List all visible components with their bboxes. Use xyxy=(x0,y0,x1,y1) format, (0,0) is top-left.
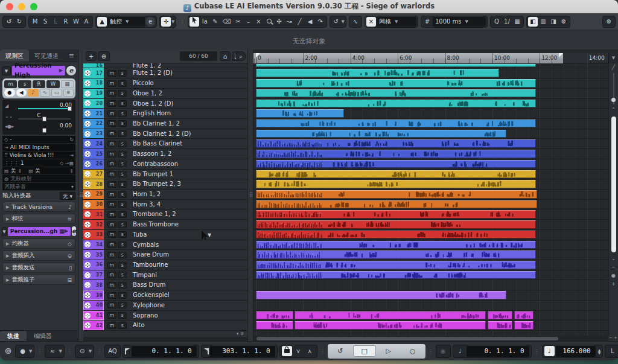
track-name[interactable]: Cymbals xyxy=(133,240,159,250)
record-enable-button[interactable]: ● xyxy=(4,89,15,97)
eraser-tool-icon[interactable]: ⌫ xyxy=(220,17,232,27)
setup-zones-icon[interactable]: ⚙ xyxy=(559,17,569,27)
channel-row[interactable]: ⋮⋮⋮1◇ →▦ xyxy=(2,159,75,167)
zoom-in-vertical-icon[interactable]: + xyxy=(609,280,618,289)
event-row[interactable] xyxy=(253,63,608,68)
show-lower-zone-icon[interactable]: ▥ xyxy=(538,17,548,27)
track-name[interactable]: English Horn xyxy=(133,109,171,118)
track-name[interactable]: Horn 1, 2 xyxy=(133,190,161,199)
track-solo-button[interactable]: s xyxy=(118,282,127,289)
midi-clip[interactable] xyxy=(256,100,536,108)
track-color-chip[interactable]: 34 xyxy=(83,240,104,250)
title-bar[interactable]: ♪Cubase LE AI Elements Version 9.0.30 工程… xyxy=(0,0,618,13)
midi-clip[interactable] xyxy=(256,210,536,219)
horizontal-zoom-controls[interactable]: − + xyxy=(608,336,618,341)
track-mute-button[interactable]: m xyxy=(107,171,116,177)
midi-clip[interactable] xyxy=(295,321,486,330)
track-solo-button[interactable]: s xyxy=(118,110,127,117)
ruler-pencil-icon[interactable]: ╱ xyxy=(609,63,618,72)
event-row[interactable] xyxy=(253,250,608,260)
track-color-chip[interactable]: 24 xyxy=(83,139,104,148)
section-equalizer[interactable]: ▶均衡器◇ xyxy=(2,238,75,249)
track-solo-button[interactable]: s xyxy=(118,141,127,147)
stop-button[interactable]: □ xyxy=(353,345,376,357)
volume-handle[interactable] xyxy=(68,106,72,111)
search-track-icon[interactable]: ⌕ xyxy=(235,51,246,61)
track-row[interactable]: 33msTuba xyxy=(83,230,247,240)
track-color-chip[interactable]: 39 xyxy=(83,290,104,300)
zoom-tool-icon[interactable] xyxy=(264,17,274,27)
event-row[interactable] xyxy=(253,159,608,170)
inspector-splitter[interactable]: ⣿ xyxy=(78,49,83,341)
transport-mode-icon[interactable]: ⊚ xyxy=(3,346,13,356)
event-row[interactable] xyxy=(253,99,608,109)
track-name[interactable]: Xylophone xyxy=(133,301,165,310)
move-tool-icon[interactable]: ✛ xyxy=(161,17,171,27)
track-mute-button[interactable]: m xyxy=(107,70,116,77)
midi-clip[interactable] xyxy=(256,89,536,98)
lanes-icon[interactable]: ▭ xyxy=(51,89,62,97)
midi-clip[interactable] xyxy=(256,261,536,269)
midi-clip[interactable] xyxy=(256,64,536,67)
track-mute-button[interactable]: m xyxy=(107,222,116,228)
track-mute-button[interactable]: m xyxy=(107,201,116,208)
audio-record-caret[interactable]: ▼ xyxy=(59,349,62,354)
play-tool-icon[interactable]: ↝ xyxy=(285,17,295,27)
toolbar-settings-gear-icon[interactable]: ⚙ xyxy=(604,17,614,27)
track-solo-button[interactable]: s xyxy=(118,100,127,107)
track-color-chip[interactable]: 18 xyxy=(83,78,104,88)
event-row[interactable] xyxy=(253,209,608,220)
punch-out-icon[interactable]: ⋏ xyxy=(305,346,315,356)
midi-clip[interactable] xyxy=(256,79,536,88)
tab-editor[interactable]: 编辑器 xyxy=(27,331,59,341)
track-row[interactable]: 20msOboe 1, 2 (D) xyxy=(83,99,247,109)
track-name[interactable]: Bass Trombone xyxy=(133,220,179,229)
midi-clip[interactable] xyxy=(256,130,506,138)
edit-channel-button[interactable]: e xyxy=(66,66,76,75)
track-mute-button[interactable]: m xyxy=(107,241,116,248)
track-row[interactable]: 19msOboe 1, 2 xyxy=(83,89,247,99)
auto-quantize-button[interactable]: AQ xyxy=(107,346,118,356)
track-name[interactable]: Bb Trumpet 1 xyxy=(133,170,173,179)
track-mute-button[interactable]: m xyxy=(107,211,116,218)
record-mode-caret[interactable]: ▼ xyxy=(29,349,32,354)
track-name[interactable]: Piccolo xyxy=(133,78,154,88)
section-chords[interactable]: ▶和弦≋ xyxy=(2,214,75,224)
track-solo-button[interactable]: s xyxy=(118,201,127,208)
track-mute-button[interactable]: m xyxy=(107,282,116,289)
event-row[interactable] xyxy=(253,260,608,270)
snap-type-select[interactable]: 网格▼ xyxy=(377,17,416,27)
track-name[interactable]: Flute 1, 2 xyxy=(133,63,161,68)
track-color-chip[interactable]: 17 xyxy=(83,68,104,78)
track-row[interactable]: 18msPiccolo xyxy=(83,78,247,89)
mute-tool-icon[interactable]: × xyxy=(254,17,264,27)
track-solo-button[interactable]: s xyxy=(118,161,127,167)
midi-clip[interactable] xyxy=(256,139,536,148)
automation-mode-select[interactable]: 触控▼ xyxy=(107,17,145,27)
midi-section-edit-button[interactable]: e xyxy=(72,226,76,236)
grid-type-icon[interactable]: # xyxy=(422,17,432,27)
event-row[interactable] xyxy=(253,280,608,290)
tempo-spinner[interactable]: ▲▼ xyxy=(598,348,601,354)
midi-clip[interactable] xyxy=(256,160,536,168)
track-visibility-agent-icon[interactable]: ⌂ xyxy=(220,51,231,61)
track-color-chip[interactable]: 32 xyxy=(83,220,104,229)
locator-lock-icon[interactable] xyxy=(282,346,292,356)
event-row[interactable] xyxy=(253,68,608,78)
track-row[interactable]: 30msHorn 3, 4 xyxy=(83,200,247,210)
event-row[interactable] xyxy=(253,220,608,230)
right-locator-flag-icon[interactable] xyxy=(203,348,209,354)
project-start-marker[interactable] xyxy=(256,53,260,57)
track-mute-button[interactable]: m xyxy=(107,80,116,87)
track-row[interactable]: 35msSnare Drum xyxy=(83,250,247,260)
track-solo-button[interactable]: s xyxy=(118,302,127,308)
track-row[interactable]: 31msTrombone 1, 2 xyxy=(83,209,247,220)
scroll-down-icon[interactable]: ⌄ xyxy=(609,255,618,263)
track-color-chip[interactable]: 28 xyxy=(83,179,104,189)
move-tool-caret[interactable]: ▼ xyxy=(171,19,174,24)
midi-clip[interactable] xyxy=(295,311,486,320)
color-tool-icon[interactable]: ↷ xyxy=(316,17,325,27)
left-locator-flag-icon[interactable] xyxy=(125,348,130,354)
hand-tool-icon[interactable]: ✣ xyxy=(275,17,284,27)
track-list-hscrollbar[interactable] xyxy=(83,337,247,342)
